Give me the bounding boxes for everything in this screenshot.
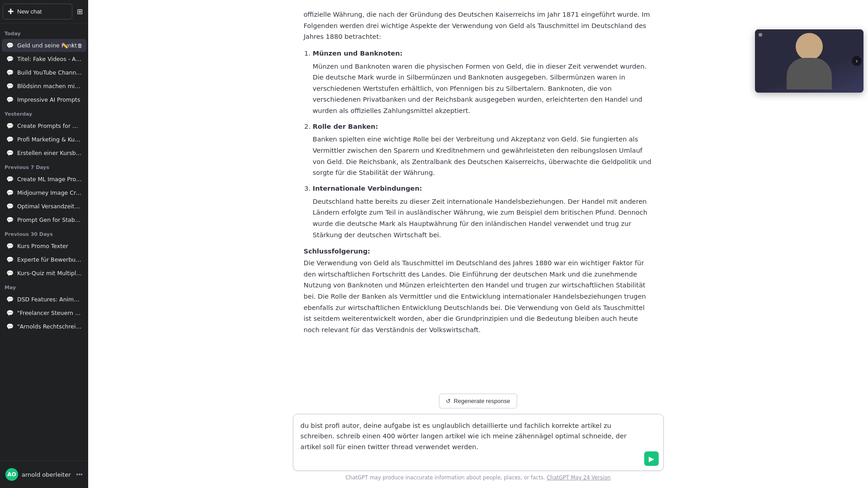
chat-icon: 💬 <box>6 243 14 249</box>
sidebar-item-label: Optimal Versandzeitpunkt für <box>17 203 82 210</box>
input-footer: ChatGPT may produce inaccurate informati… <box>97 474 859 481</box>
new-chat-button[interactable]: ✚ New chat <box>3 4 72 19</box>
list-item-1-body: Münzen und Banknoten waren die physische… <box>313 63 647 115</box>
sidebar-top: ✚ New chat ⊞ <box>0 0 88 23</box>
sidebar-item-dsd[interactable]: 💬 DSD Features: Animation, Vide <box>2 293 86 306</box>
video-overlay: › <box>755 29 863 93</box>
chat-icon: 💬 <box>6 310 14 316</box>
sidebar-item-youtube[interactable]: 💬 Build YouTube Channel: 100k <box>2 66 86 79</box>
new-chat-label: New chat <box>17 8 42 15</box>
chat-icon: 💬 <box>6 296 14 303</box>
sidebar-item-kurs-quiz[interactable]: 💬 Kurs-Quiz mit Multiple-Choice <box>2 267 86 280</box>
list-item-2: Rolle der Banken: Banken spielten eine w… <box>313 121 653 178</box>
list-item-2-title: Rolle der Banken: <box>313 121 653 132</box>
sidebar-item-label: Blödsinn machen mit Deepfak <box>17 83 82 89</box>
sidebar-item-impressive[interactable]: 💬 Impressive AI Prompts <box>2 93 86 106</box>
footer-link[interactable]: ChatGPT May 24 Version <box>547 474 610 481</box>
sidebar-item-midjourney-creation[interactable]: 💬 Midjourney Image Creation <box>2 186 86 199</box>
user-menu-button[interactable]: ••• <box>76 471 83 478</box>
sidebar-item-kurs-promo[interactable]: 💬 Kurs Promo Texter <box>2 239 86 253</box>
sidebar-item-label: Titel: Fake Videos - Aufklärung <box>17 56 82 62</box>
assistant-message: offizielle Währung, die nach der Gründun… <box>293 0 664 345</box>
section-prev30: Previous 30 Days <box>0 227 88 239</box>
chat-icon: 💬 <box>6 69 14 76</box>
sidebar-item-stable-diffusion[interactable]: 💬 Prompt Gen for Stable Diffusio <box>2 213 86 226</box>
sidebar-item-label: Kurs-Quiz mit Multiple-Choice <box>17 270 82 277</box>
video-dot <box>759 33 762 37</box>
sidebar-list: Today 💬 Geld und seine Funkt ✏️ ↑ 🗑 💬 Ti… <box>0 23 88 460</box>
send-icon: ▶ <box>649 455 654 463</box>
sidebar-item-label: Impressive AI Prompts <box>17 96 82 103</box>
chat-icon: 💬 <box>6 42 14 49</box>
sidebar-item-profi-marketing[interactable]: 💬 Profi Marketing & Kurserstellu <box>2 133 86 146</box>
chat-icon: 💬 <box>6 323 14 330</box>
sidebar-item-arnolds[interactable]: 💬 "Arnolds Rechtschreibhilfe" <box>2 320 86 333</box>
item-actions: ✏️ ↑ 🗑 <box>61 42 84 50</box>
main: offizielle Währung, die nach der Gründun… <box>88 0 868 488</box>
sidebar-item-label: Erstellen einer Kursbeschreibu <box>17 150 82 156</box>
video-overlay-inner: › <box>755 29 863 93</box>
sidebar-item-label: Profi Marketing & Kurserstellu <box>17 136 82 143</box>
person-body <box>787 58 832 89</box>
section-prev7: Previous 7 Days <box>0 160 88 172</box>
video-arrow-button[interactable]: › <box>852 56 862 66</box>
intro-text: offizielle Währung, die nach der Gründun… <box>304 9 653 42</box>
edit-icon[interactable]: ✏️ <box>61 42 69 50</box>
chat-icon: 💬 <box>6 150 14 156</box>
sidebar-layout-button[interactable]: ⊞ <box>74 5 85 19</box>
regenerate-icon: ↺ <box>446 398 451 404</box>
section-may: May <box>0 280 88 292</box>
chat-icon: 💬 <box>6 256 14 263</box>
share-icon[interactable]: ↑ <box>71 42 75 50</box>
conclusion-text: Die Verwendung von Geld als Tauschmittel… <box>304 258 653 335</box>
avatar: AO <box>5 468 18 481</box>
sidebar-bottom: AO arnold oberleiter ••• <box>0 460 88 488</box>
chat-content: offizielle Währung, die nach der Gründun… <box>88 0 868 389</box>
conclusion-label: Schlussfolgerung: <box>304 248 653 255</box>
sidebar-item-ml-image[interactable]: 💬 Create ML Image Prompts <box>2 173 86 186</box>
person-head <box>796 33 823 60</box>
input-area: ▶ ChatGPT may produce inaccurate informa… <box>88 411 868 488</box>
plus-icon: ✚ <box>8 7 14 16</box>
chat-input[interactable] <box>293 414 663 469</box>
sidebar-item-blodsinn[interactable]: 💬 Blödsinn machen mit Deepfak <box>2 80 86 93</box>
sidebar-item-kursbeschreibung[interactable]: 💬 Erstellen einer Kursbeschreibu <box>2 146 86 160</box>
section-today: Today <box>0 26 88 38</box>
list-item-1: Münzen und Banknoten: Münzen und Banknot… <box>313 48 653 117</box>
sidebar-item-versand[interactable]: 💬 Optimal Versandzeitpunkt für <box>2 200 86 213</box>
list-item-3-body: Deutschland hatte bereits zu dieser Zeit… <box>313 198 647 239</box>
input-wrapper: ▶ <box>293 414 664 471</box>
list-item-2-body: Banken spielten eine wichtige Rolle bei … <box>313 136 651 176</box>
list: Münzen und Banknoten: Münzen und Banknot… <box>304 48 653 240</box>
user-row[interactable]: AO arnold oberleiter ••• <box>2 465 86 484</box>
chat-icon: 💬 <box>6 203 14 210</box>
sidebar-item-label: "Arnolds Rechtschreibhilfe" <box>17 323 82 330</box>
regenerate-label: Regenerate response <box>453 398 510 404</box>
chat-icon: 💬 <box>6 136 14 143</box>
sidebar-item-label: Create ML Image Prompts <box>17 176 82 183</box>
sidebar-item-label: Prompt Gen for Stable Diffusio <box>17 216 82 223</box>
chat-icon: 💬 <box>6 270 14 277</box>
list-item-3-title: Internationale Verbindungen: <box>313 183 653 194</box>
sidebar-item-label: Build YouTube Channel: 100k <box>17 69 82 76</box>
send-button[interactable]: ▶ <box>644 451 659 466</box>
chat-icon: 💬 <box>6 122 14 129</box>
sidebar-item-geld[interactable]: 💬 Geld und seine Funkt ✏️ ↑ 🗑 <box>2 39 86 52</box>
section-yesterday: Yesterday <box>0 107 88 119</box>
sidebar-item-fake[interactable]: 💬 Titel: Fake Videos - Aufklärung <box>2 52 86 66</box>
sidebar-item-bewerbungen[interactable]: 💬 Experte für Bewerbungen und <box>2 253 86 266</box>
user-name: arnold oberleiter <box>22 471 72 478</box>
sidebar-item-label: Experte für Bewerbungen und <box>17 256 82 263</box>
sidebar-item-midjourney-prompts[interactable]: 💬 Create Prompts for Midjourne <box>2 119 86 132</box>
chat-icon: 💬 <box>6 176 14 183</box>
chat-icon: 💬 <box>6 216 14 223</box>
sidebar-item-label: DSD Features: Animation, Vide <box>17 296 82 303</box>
sidebar-item-freelancer[interactable]: 💬 "Freelancer Steuern auf Plattfe <box>2 306 86 319</box>
sidebar-item-label: Kurs Promo Texter <box>17 243 82 249</box>
sidebar: ✚ New chat ⊞ Today 💬 Geld und seine Funk… <box>0 0 88 488</box>
delete-icon[interactable]: 🗑 <box>76 42 84 50</box>
regenerate-button[interactable]: ↺ Regenerate response <box>439 394 517 408</box>
sidebar-item-label: Create Prompts for Midjourne <box>17 122 82 129</box>
chat-icon: 💬 <box>6 189 14 196</box>
sidebar-item-label: "Freelancer Steuern auf Plattfe <box>17 310 82 316</box>
